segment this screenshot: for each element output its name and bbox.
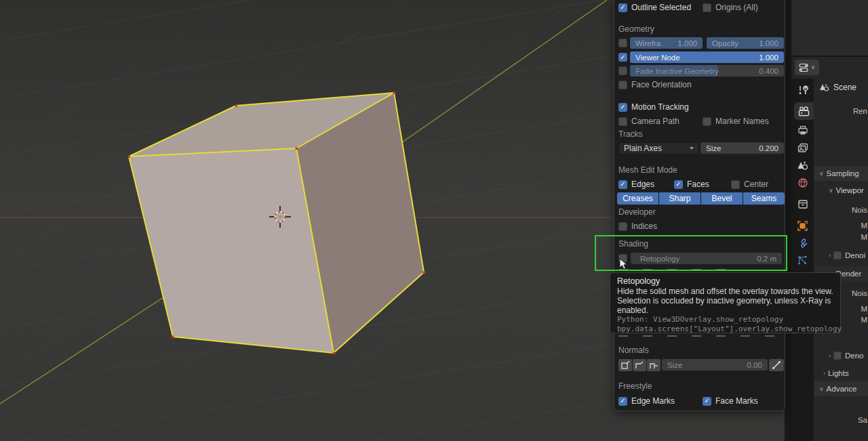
developer-section-label: Developer bbox=[618, 207, 656, 217]
marker-names-row: Marker Names bbox=[703, 116, 769, 127]
seams-button[interactable]: Seams bbox=[743, 192, 785, 205]
motion-tracking-checkbox[interactable]: ✓ bbox=[618, 103, 627, 112]
fade-inactive-slider[interactable]: Fade Inactive Geometry 0.400 bbox=[630, 65, 784, 77]
seed-label: Sa bbox=[858, 416, 867, 424]
opacity-slider[interactable]: Opacity 1.000 bbox=[707, 37, 784, 49]
chevron-down-icon: ∨ bbox=[829, 187, 833, 194]
tab-world[interactable] bbox=[791, 174, 814, 192]
constant-screen-size-icon[interactable] bbox=[769, 359, 784, 371]
edges-label: Edges bbox=[631, 180, 654, 189]
origins-all-label: Origins (All) bbox=[715, 3, 758, 12]
physics-particles-icon bbox=[797, 255, 808, 266]
chevron-down-icon bbox=[690, 147, 694, 150]
bevel-button[interactable]: Bevel bbox=[701, 192, 743, 205]
tab-render[interactable] bbox=[794, 102, 814, 120]
tab-view-layer[interactable] bbox=[791, 139, 814, 156]
chevron-right-icon: › bbox=[823, 370, 825, 377]
properties-editor: ∨ bbox=[791, 56, 868, 441]
viewer-node-slider[interactable]: Viewer Node 1.000 bbox=[630, 51, 784, 63]
world-icon bbox=[797, 177, 808, 188]
images-stack-icon bbox=[797, 143, 808, 153]
viewport-subpanel-header[interactable]: ∨ Viewpor bbox=[814, 183, 868, 198]
advanced-panel-header[interactable]: ∨ Advance bbox=[814, 381, 868, 396]
face-orientation-checkbox[interactable] bbox=[618, 81, 627, 89]
tool-icon bbox=[797, 85, 808, 96]
editor-type-button[interactable]: ∨ bbox=[795, 60, 819, 75]
render-engine-label: Ren bbox=[853, 107, 867, 115]
indices-label: Indices bbox=[631, 222, 657, 231]
outline-selected-label: Outline Selected bbox=[631, 3, 691, 12]
edge-marks-checkbox[interactable]: ✓ bbox=[618, 397, 627, 406]
fade-inactive-checkbox[interactable] bbox=[618, 66, 627, 75]
sampling-panel-header[interactable]: ∨ Sampling bbox=[814, 166, 868, 181]
denoise-checkbox[interactable] bbox=[833, 352, 842, 360]
lights-panel-header[interactable]: › Lights bbox=[814, 366, 868, 381]
tab-object[interactable] bbox=[791, 217, 814, 234]
outline-selected-checkbox[interactable]: ✓ bbox=[618, 3, 627, 12]
edges-row: ✓ Edges bbox=[618, 179, 654, 190]
center-checkbox[interactable] bbox=[731, 180, 740, 189]
face-marks-checkbox[interactable]: ✓ bbox=[703, 397, 711, 406]
face-marks-row: ✓ Face Marks bbox=[703, 396, 758, 406]
marker-names-label: Marker Names bbox=[715, 117, 769, 126]
tab-physics[interactable] bbox=[791, 251, 814, 269]
wireframe-slider[interactable]: Wirefra 1.000 bbox=[630, 37, 703, 49]
camera-path-checkbox[interactable] bbox=[618, 117, 627, 126]
tab-modifiers[interactable] bbox=[791, 234, 814, 252]
tab-tool[interactable] bbox=[791, 81, 814, 99]
object-icon bbox=[797, 220, 808, 232]
breadcrumb-scene-label: Scene bbox=[833, 83, 856, 92]
denoise-checkbox[interactable] bbox=[833, 251, 842, 259]
occluded-row-fragment bbox=[618, 335, 780, 337]
min-samples-label: M bbox=[861, 233, 867, 241]
properties-content: Scene Ren ∨ Sampling ∨ Viewpor Nois M M … bbox=[814, 79, 868, 441]
normals-section-label: Normals bbox=[618, 345, 649, 355]
properties-editor-icon bbox=[799, 63, 810, 72]
split-normals-icon[interactable] bbox=[633, 359, 646, 371]
noise-threshold-label: Nois bbox=[852, 289, 867, 297]
vertex-normals-icon[interactable] bbox=[618, 359, 632, 371]
creases-button[interactable]: Creases bbox=[617, 192, 658, 205]
faces-checkbox[interactable]: ✓ bbox=[674, 180, 683, 189]
blender-window: ✓ Outline Selected Origins (All) Geometr… bbox=[0, 0, 868, 441]
min-samples-label: M bbox=[861, 316, 867, 324]
printer-icon bbox=[797, 125, 808, 135]
tab-scene[interactable] bbox=[791, 156, 814, 174]
faces-label: Faces bbox=[687, 180, 709, 189]
indices-checkbox[interactable] bbox=[618, 222, 627, 231]
marker-names-checkbox[interactable] bbox=[703, 117, 711, 126]
freestyle-section-label: Freestyle bbox=[618, 381, 652, 391]
camera-path-row: Camera Path bbox=[618, 116, 679, 127]
sharp-button[interactable]: Sharp bbox=[659, 192, 701, 205]
camera-path-label: Camera Path bbox=[631, 117, 679, 126]
chevron-down-icon: ∨ bbox=[811, 64, 815, 70]
tracks-section-label: Tracks bbox=[618, 129, 643, 139]
chevron-right-icon: › bbox=[829, 352, 831, 359]
faces-row: ✓ Faces bbox=[674, 179, 709, 190]
face-orientation-label: Face Orientation bbox=[631, 80, 692, 89]
chevron-right-icon: › bbox=[829, 252, 831, 259]
normals-size-slider[interactable]: Size 0.00 bbox=[662, 359, 768, 371]
face-orientation-row: Face Orientation bbox=[618, 79, 692, 90]
tab-collection[interactable] bbox=[791, 195, 814, 213]
wireframe-checkbox[interactable] bbox=[618, 39, 627, 47]
noise-threshold-label: Nois bbox=[852, 206, 867, 214]
editor-divider bbox=[785, 0, 791, 441]
edge-marks-label: Edge Marks bbox=[631, 396, 675, 406]
viewer-node-checkbox[interactable]: ✓ bbox=[618, 53, 627, 62]
origins-all-checkbox[interactable] bbox=[703, 3, 711, 12]
denoise-row[interactable]: › Deno bbox=[814, 348, 868, 363]
edges-checkbox[interactable]: ✓ bbox=[618, 180, 627, 189]
tracks-type-dropdown[interactable]: Plain Axes bbox=[618, 142, 699, 154]
edge-marks-row: ✓ Edge Marks bbox=[618, 396, 675, 406]
tooltip-line: Hide the solid mesh and offset the overl… bbox=[617, 287, 833, 296]
viewport-overlays-popover: ✓ Outline Selected Origins (All) Geometr… bbox=[614, 0, 785, 411]
face-normals-icon[interactable] bbox=[647, 359, 660, 371]
chevron-down-icon: ∨ bbox=[819, 385, 824, 392]
geometry-section-label: Geometry bbox=[618, 24, 654, 34]
denoise-row[interactable]: › Denoi bbox=[814, 248, 868, 263]
origins-all-row: Origins (All) bbox=[703, 2, 758, 13]
tab-output[interactable] bbox=[791, 121, 814, 139]
tracks-size-slider[interactable]: Size 0.200 bbox=[701, 142, 784, 154]
center-row: Center bbox=[731, 179, 768, 190]
